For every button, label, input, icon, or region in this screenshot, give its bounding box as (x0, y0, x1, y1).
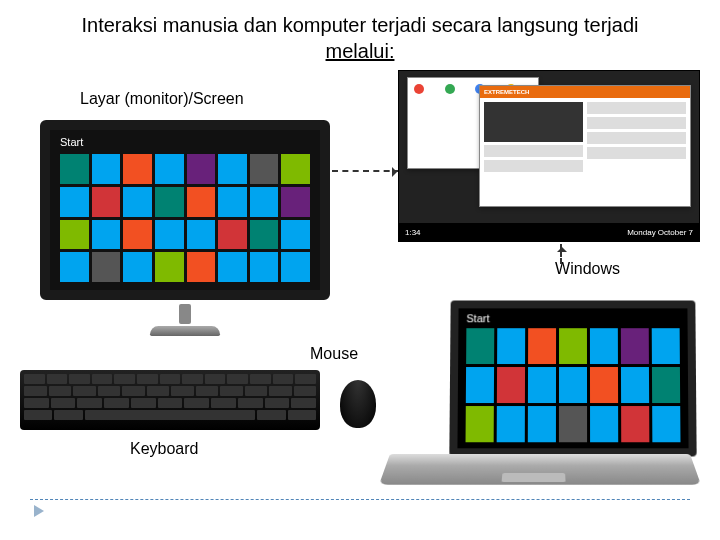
footer-divider (30, 499, 690, 500)
laptop-image: Start (390, 300, 700, 500)
app-window-2: EXTREMETECH (479, 85, 691, 207)
monitor-image: Start (40, 120, 330, 340)
start-label: Start (60, 136, 83, 148)
arrow-to-windows (560, 244, 562, 264)
taskbar: 1:34 Monday October 7 (399, 223, 699, 241)
laptop-base (379, 454, 701, 485)
taskbar-time: 1:34 (405, 228, 421, 237)
laptop-start-label: Start (466, 312, 489, 324)
label-screen: Layar (monitor)/Screen (80, 90, 244, 108)
slide-title: Interaksi manusia dan komputer terjadi s… (0, 0, 720, 64)
label-keyboard: Keyboard (130, 440, 199, 458)
keyboard-image (20, 370, 320, 430)
monitor-screen: Start (40, 120, 330, 300)
tiles-grid (60, 154, 310, 282)
label-mouse: Mouse (310, 345, 358, 363)
label-windows: Windows (555, 260, 620, 278)
laptop-tiles (466, 328, 681, 442)
title-line-1: Interaksi manusia dan komputer terjadi s… (82, 14, 639, 36)
footer-arrow-icon (34, 505, 44, 517)
windows-screenshot: EXTREMETECH 1:34 Monday October 7 (398, 70, 700, 242)
monitor-stand (150, 306, 220, 336)
title-line-2: melalui: (326, 40, 395, 62)
laptop-screen: Start (449, 300, 696, 456)
taskbar-date: Monday October 7 (627, 228, 693, 237)
mouse-image (340, 380, 376, 428)
site-header: EXTREMETECH (480, 86, 690, 98)
